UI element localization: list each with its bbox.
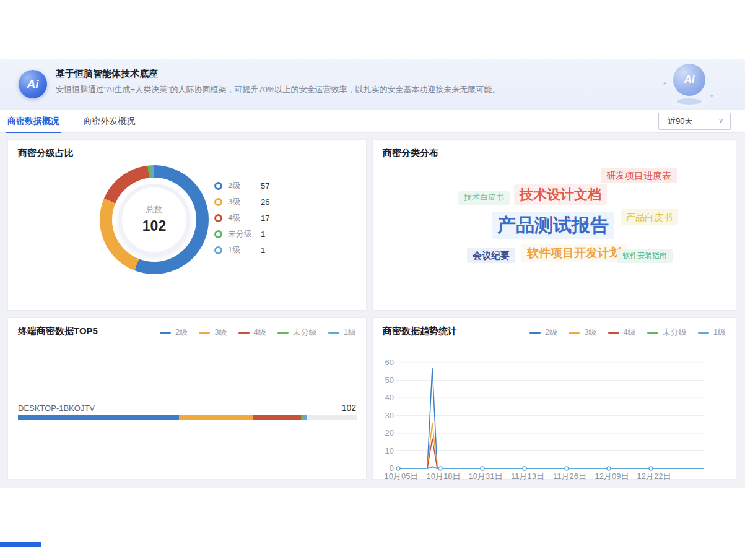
legend-item-level2[interactable]: 2级 57: [214, 178, 269, 194]
page-title: 基于恒脑智能体技术底座: [56, 68, 158, 80]
tab-bar: 商密数据概况 商密外发概况 近90天 ∨: [0, 110, 745, 133]
legend-value: 26: [261, 197, 269, 207]
wordcloud-tag: 软件项目开发计划: [521, 244, 627, 262]
wordcloud-tag: 研发项目进度表: [601, 168, 677, 183]
wordcloud-tag: 产品测试报告: [492, 212, 614, 239]
header-banner: Ai 基于恒脑智能体技术底座 安恒恒脑通过“AI生成+人类决策”的人际协同框架，…: [0, 59, 745, 110]
legend-item-level3[interactable]: 3级 26: [214, 194, 269, 210]
panel-terminal-top5: 终端商密数据TOP5 2级 3级 4级 未分级 1级 DESKTOP-1BKOJ…: [7, 317, 367, 480]
legend-ring-icon: [214, 230, 222, 238]
wordcloud-tag: 会议纪要: [467, 248, 515, 263]
donut-total-value: 102: [118, 218, 190, 235]
legend-label: 未分级: [293, 327, 317, 338]
legend-value: 57: [261, 181, 269, 191]
legend-dash-icon: [238, 332, 250, 334]
top5-bar-category: DESKTOP-1BKOJTV: [18, 403, 95, 413]
top5-bar-segments: [18, 415, 357, 420]
bottom-left-progress-strip: [0, 542, 41, 547]
legend-item-level2[interactable]: 2级: [160, 327, 188, 338]
page-subtitle: 安恒恒脑通过“AI生成+人类决策”的人际协同框架，可提升70%以上的安全运营效率…: [56, 84, 500, 95]
tab-business-secret-data-overview[interactable]: 商密数据概况: [6, 110, 61, 133]
legend-ring-icon: [214, 182, 222, 190]
legend-label: 1级: [228, 244, 261, 256]
legend-dash-icon: [199, 332, 210, 334]
chevron-down-icon: ∨: [718, 117, 723, 125]
svg-text:10月31日: 10月31日: [469, 472, 503, 480]
legend-label: 2级: [228, 180, 261, 191]
svg-text:11月13日: 11月13日: [511, 472, 544, 480]
sparkle-icon: ✦: [709, 93, 714, 99]
svg-text:10月05日: 10月05日: [385, 472, 419, 480]
dashboard-app: Ai 基于恒脑智能体技术底座 安恒恒脑通过“AI生成+人类决策”的人际协同框架，…: [0, 59, 745, 488]
legend-label: 4级: [254, 327, 266, 338]
wordcloud-tag: 产品白皮书: [621, 209, 678, 225]
panel-category-distribution: 商密分类分布 研发项目进度表 技术白皮书 技术设计文档 产品测试报告 产品白皮书…: [372, 139, 736, 311]
donut-legend: 2级 57 3级 26 4级 17 未分级 1: [214, 178, 269, 258]
legend-label: 4级: [228, 212, 261, 223]
ai-assistant-head-icon: Ai: [673, 64, 705, 96]
time-range-select[interactable]: 近90天 ∨: [658, 113, 731, 130]
grade-donut-center: 总数 102: [118, 204, 190, 235]
donut-total-label: 总数: [118, 204, 190, 215]
svg-text:12月09日: 12月09日: [595, 472, 629, 480]
legend-ring-icon: [214, 246, 222, 254]
svg-text:10月18日: 10月18日: [427, 472, 461, 480]
tab-business-secret-outgoing-overview[interactable]: 商密外发概况: [82, 110, 136, 133]
ai-assistant-icon[interactable]: Ai: [669, 62, 709, 108]
legend-item-level4[interactable]: 4级 17: [214, 210, 269, 226]
legend-ring-icon: [214, 198, 222, 206]
legend-item-level4[interactable]: 4级: [238, 327, 266, 338]
legend-dash-icon: [160, 332, 171, 334]
legend-item-level3[interactable]: 3级: [199, 327, 227, 338]
legend-ring-icon: [214, 214, 222, 222]
legend-label: 2级: [175, 327, 188, 338]
svg-text:40: 40: [385, 393, 394, 402]
brand-logo-icon: Ai: [19, 70, 47, 98]
bar-segment-1级: [303, 415, 307, 420]
svg-text:10: 10: [385, 446, 394, 455]
svg-text:60: 60: [385, 358, 394, 367]
bar-segment-4级: [253, 415, 301, 420]
panel-title: 商密分类分布: [383, 147, 438, 159]
legend-label: 1级: [344, 327, 356, 338]
ai-assistant-shadow: [677, 98, 702, 105]
bar-segment-3级: [179, 415, 253, 420]
wordcloud-tag: 技术设计文档: [514, 184, 607, 205]
panel-trend: 商密数据趋势统计 2级 3级 4级 未分级 1级 010203040506010…: [372, 317, 736, 480]
content-area: 商密分级占比 总数 102 2级 57 3级 26: [0, 133, 745, 488]
top5-bar-total: 102: [342, 403, 356, 413]
sparkle-icon: ✦: [662, 80, 667, 87]
legend-value: 17: [261, 213, 269, 223]
legend-label: 3级: [214, 327, 227, 338]
svg-text:11月26日: 11月26日: [553, 472, 586, 480]
top5-legend: 2级 3级 4级 未分级 1级: [149, 327, 356, 338]
panel-title: 终端商密数据TOP5: [18, 325, 98, 337]
wordcloud-tag: 软件安装指南: [617, 249, 673, 263]
trend-line-chart: 010203040506010月05日10月18日10月31日11月13日11月…: [373, 318, 737, 480]
legend-dash-icon: [277, 332, 289, 334]
legend-dash-icon: [328, 332, 339, 334]
legend-item-level1[interactable]: 1级: [328, 327, 356, 338]
panel-title: 商密分级占比: [18, 147, 74, 159]
legend-value: 1: [261, 246, 265, 255]
svg-text:20: 20: [385, 428, 394, 437]
legend-label: 未分级: [228, 228, 261, 239]
time-range-value: 近90天: [668, 116, 692, 127]
legend-item-unclassified[interactable]: 未分级: [277, 327, 317, 338]
legend-item-unclassified[interactable]: 未分级 1: [214, 226, 269, 242]
wordcloud-tag: 技术白皮书: [458, 191, 510, 205]
bar-segment-2级: [18, 415, 179, 420]
panel-grade-ratio: 商密分级占比 总数 102 2级 57 3级 26: [7, 139, 367, 311]
svg-text:50: 50: [385, 376, 394, 385]
svg-text:12月22日: 12月22日: [637, 472, 671, 480]
svg-text:30: 30: [385, 411, 394, 420]
legend-label: 3级: [228, 196, 261, 207]
legend-value: 1: [261, 230, 265, 239]
legend-item-level1[interactable]: 1级 1: [214, 242, 269, 258]
